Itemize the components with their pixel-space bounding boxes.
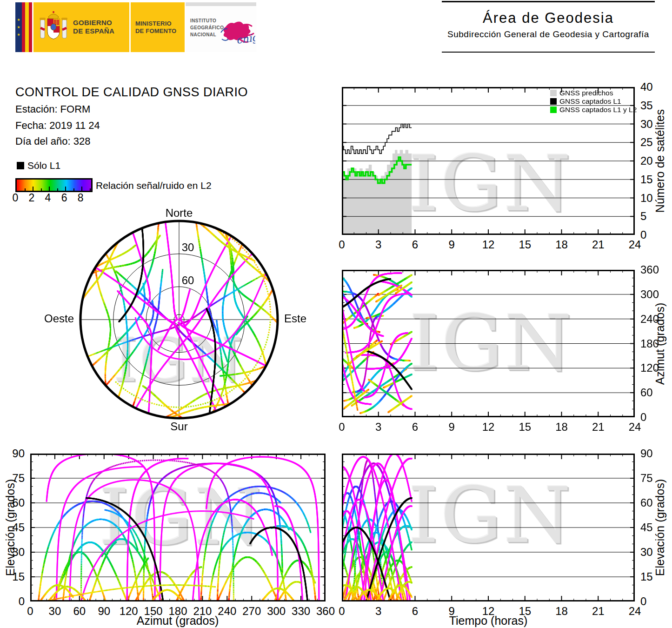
y-tick-label: 0 [19,595,25,608]
y-tick-label: 120 [640,361,659,374]
solo-l1-swatch [17,162,24,169]
x-tick-label: 210 [193,605,212,618]
x-tick-label: 60 [73,605,86,618]
x-tick-label: 9 [449,421,455,434]
y-tick-label: 180 [640,337,659,350]
colorbar-tick [41,188,42,191]
x-tick-label: 18 [555,605,568,618]
x-tick-label: 15 [519,421,531,434]
x-tick-label: 6 [412,421,418,434]
snr-colorbar-label: Relación señal/ruido en L2 [96,180,212,191]
y-tick-label: 90 [640,447,653,460]
doy-line: Día del año: 328 [15,135,90,147]
y-tick-label: 0 [640,411,646,424]
x-tick-label: 21 [592,605,605,618]
spain-flag-yellow-stripe [25,2,29,52]
ign-block: INSTITUTO GEOGRÁFICO NACIONAL cnig [186,2,256,52]
y-tick-label: 30 [12,546,25,559]
x-tick-label: 3 [375,238,381,251]
skyplot-south-label: Sur [170,420,187,433]
x-tick-label: 12 [482,238,495,251]
sat-count-legend: GNSS predichos GNSS captados L1 GNSS cap… [550,89,637,114]
colorbar-tick [25,188,26,191]
colorbar-tick [33,187,33,191]
area-subtitle: Subdirección General de Geodesia y Carto… [442,29,655,40]
y-tick-label: 25 [640,136,653,149]
x-tick-label: 0 [339,238,345,251]
colorbar-tick-label: 0 [13,192,19,204]
y-tick-label: 0 [640,595,646,608]
colorbar-tick [57,188,58,191]
station-line: Estación: FORM [15,103,90,115]
x-tick-label: 180 [168,605,187,618]
skyplot-canvas [65,207,293,430]
gnss-quality-report-page: ★ ★ ★ GOBIERNO DE ESPAÑA [0,0,672,628]
x-tick-label: 12 [482,605,495,618]
captados-l1-l2-label: GNSS captados L1 y L2 [559,106,637,114]
azimuth-time-chart-canvas [342,270,635,417]
x-tick-label: 150 [144,605,163,618]
skyplot-west-label: Oeste [44,312,74,325]
y-tick-label: 5 [640,210,646,223]
legend-row-predichos: GNSS predichos [550,89,637,97]
skyplot-ring60-label: 60 [182,274,194,287]
elev-time-y-axis-title: Elevación (grados) [653,479,667,576]
x-tick-label: 3 [375,605,381,618]
colorbar-tick [81,187,82,191]
colorbar-tick [90,188,91,191]
skyplot-east-label: Este [284,312,306,325]
spain-flag-red-stripe [29,2,32,52]
legend-row-captados-l1-l2: GNSS captados L1 y L2 [550,106,637,114]
y-tick-label: 10 [640,192,653,205]
x-tick-label: 0 [27,605,33,618]
eu-star-icon: ★ [17,33,20,37]
x-tick-label: 18 [555,238,568,251]
y-tick-label: 15 [640,173,653,186]
solo-l1-label: Sólo L1 [27,160,60,171]
spain-coat-of-arms-icon [39,9,68,45]
y-tick-label: 60 [640,496,653,509]
x-tick-label: 360 [316,605,335,618]
y-tick-label: 300 [640,288,659,301]
eu-flag-strip: ★ ★ ★ [15,2,22,52]
x-tick-label: 0 [339,421,345,434]
x-tick-label: 30 [49,605,61,618]
area-header: Área de Geodesia Subdirección General de… [442,1,655,53]
y-tick-label: 75 [12,472,25,485]
x-tick-label: 12 [482,421,495,434]
x-tick-label: 3 [375,421,381,434]
colorbar-tick [65,187,66,191]
area-title: Área de Geodesia [442,10,655,27]
spain-flag-red-stripe [22,2,25,52]
x-tick-label: 18 [555,421,568,434]
x-tick-label: 330 [292,605,310,618]
predichos-label: GNSS predichos [559,89,613,97]
legend-row-captados-l1: GNSS captados L1 [550,97,637,106]
date-line: Fecha: 2019 11 24 [15,120,100,132]
solo-l1-legend: Sólo L1 [17,160,60,171]
sat-count-y-axis-title: Número de satélites [653,109,667,213]
ministerio-label: MINISTERIO DE FOMENTO [135,20,176,35]
captados-l1-l2-swatch [550,107,557,113]
x-tick-label: 24 [629,421,641,434]
x-tick-label: 9 [449,605,455,618]
cnig-logo-icon: cnig [216,19,255,47]
x-tick-label: 300 [267,605,286,618]
y-tick-label: 360 [640,263,659,276]
y-tick-label: 60 [12,496,25,509]
colorbar-tick [49,187,50,191]
x-tick-label: 15 [519,238,531,251]
eu-star-icon: ★ [17,26,20,29]
x-tick-label: 21 [592,421,605,434]
ign-block-topstrip [186,2,256,6]
x-tick-label: 6 [412,605,418,618]
x-tick-label: 120 [120,605,138,618]
skyplot-north-label: Norte [166,207,193,220]
y-tick-label: 60 [640,386,653,399]
x-tick-label: 24 [629,238,641,251]
colorbar-tick [73,188,74,191]
x-tick-label: 6 [412,238,418,251]
gobierno-block: GOBIERNO DE ESPAÑA [33,2,129,52]
y-tick-label: 35 [640,99,653,112]
y-tick-label: 15 [12,570,25,583]
